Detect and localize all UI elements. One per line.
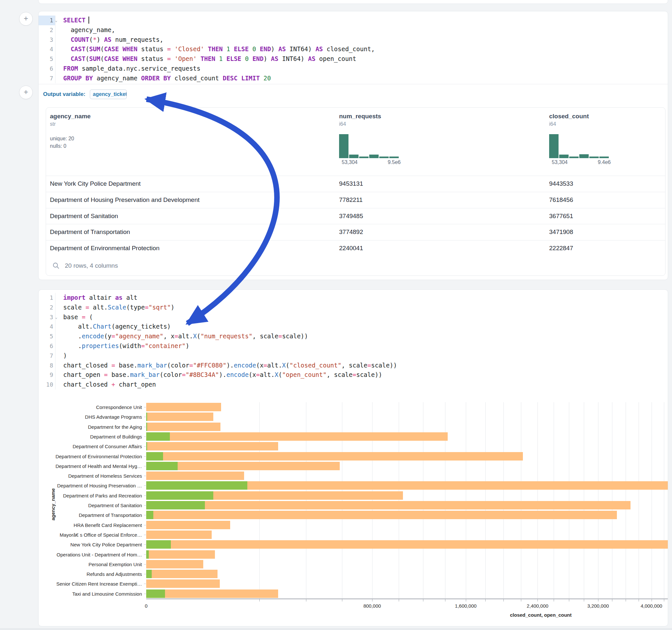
chart-x-label: 1,600,000 <box>455 603 477 609</box>
chart-bar-closed <box>146 540 668 549</box>
code-line[interactable]: 2scale = alt.Scale(type="sqrt") <box>39 303 668 312</box>
histogram-bar <box>559 154 569 158</box>
column-header[interactable]: agency_namestrunique: 20nulls: 0 <box>50 113 91 150</box>
chart-gridline <box>652 402 652 599</box>
fold-caret-icon[interactable]: ⌄ <box>55 313 57 322</box>
line-number: 2 <box>39 303 55 312</box>
chart-bar-open <box>146 501 205 509</box>
search-icon[interactable] <box>52 262 59 269</box>
chart-y-tick <box>144 525 146 525</box>
chart-y-label: Correspondence Unit <box>96 405 142 410</box>
column-header[interactable]: num_requestsi64 <box>339 113 381 127</box>
table-row: Department of Transportation377489234719… <box>46 224 665 240</box>
chart-bar-closed <box>146 442 278 451</box>
code-line[interactable]: 3 COUNT(*) AS num_requests, <box>39 35 668 45</box>
code-line[interactable]: 6 .properties(width="container") <box>39 341 668 351</box>
chart-y-label: Operations Unit - Department of Hom… <box>57 552 142 557</box>
chart-bar-open <box>146 481 247 490</box>
chart-y-label: Department of Parks and Recreation <box>63 493 142 499</box>
python-cell-card: 1import altair as alt2scale = alt.Scale(… <box>38 289 668 626</box>
chart-bar-open <box>146 550 149 559</box>
code-text[interactable]: FROM sample_data.nyc.service_requests <box>55 64 200 74</box>
code-text[interactable]: alt.Chart(agency_tickets) <box>55 322 171 332</box>
code-text[interactable]: COUNT(*) AS num_requests, <box>55 35 163 45</box>
add-cell-button-middle[interactable]: + <box>19 86 33 99</box>
code-text[interactable]: chart_open = base.mark_bar(color="#8BC34… <box>55 370 382 380</box>
code-text[interactable]: .properties(width="container") <box>55 341 189 351</box>
sql-code-editor[interactable]: 1⌄SELECT2 agency_name,3 COUNT(*) AS num_… <box>39 16 668 83</box>
line-number: 1 <box>39 293 55 303</box>
chart-y-axis-title: agency_name <box>50 488 56 520</box>
code-text[interactable]: chart_closed + chart_open <box>55 380 156 390</box>
column-name: closed_count <box>549 113 589 120</box>
chart-y-tick <box>144 505 146 506</box>
code-text[interactable]: import altair as alt <box>55 293 138 303</box>
code-line[interactable]: 1⌄SELECT <box>39 16 668 25</box>
code-line[interactable]: 3⌄base = ( <box>39 312 668 322</box>
table-cell: 9443533 <box>549 176 573 192</box>
code-text[interactable]: scale = alt.Scale(type="sqrt") <box>55 303 174 312</box>
code-line[interactable]: 8chart_closed = base.mark_bar(color="#FF… <box>39 361 668 370</box>
chart-gridline <box>639 402 639 599</box>
code-line[interactable]: 1import altair as alt <box>39 293 668 303</box>
text-cursor <box>89 17 89 24</box>
chart-bar-open <box>146 570 152 578</box>
table-summary: 20 rows, 4 columns <box>65 262 118 269</box>
code-line[interactable]: 4 alt.Chart(agency_tickets) <box>39 322 668 332</box>
chart-x-label: 0 <box>145 603 147 609</box>
code-line[interactable]: 4 CAST(SUM(CASE WHEN status = 'Closed' T… <box>39 44 668 54</box>
chart-y-label: Department of Homeless Services <box>68 473 142 479</box>
code-line[interactable]: 6FROM sample_data.nyc.service_requests <box>39 64 668 74</box>
code-text[interactable]: .encode(y="agency_name", x=alt.X("num_re… <box>55 332 308 341</box>
table-cell: Department of Sanitation <box>50 209 118 224</box>
chart-bar-closed <box>146 413 213 421</box>
column-histogram: 53,3049.5e6 <box>339 140 401 165</box>
python-code-editor[interactable]: 1import altair as alt2scale = alt.Scale(… <box>39 293 668 390</box>
histogram-min-label: 53,304 <box>552 160 568 165</box>
code-line[interactable]: 7) <box>39 351 668 361</box>
chart-y-tick <box>144 437 146 437</box>
line-number: 6 <box>39 64 55 74</box>
code-line[interactable]: 5 .encode(y="agency_name", x=alt.X("num_… <box>39 332 668 341</box>
code-text[interactable]: GROUP BY agency_name ORDER BY closed_cou… <box>55 74 271 83</box>
chart-bar-closed <box>146 403 221 411</box>
output-variable-pill[interactable]: agency_tickets <box>90 90 127 99</box>
chart-y-label: Department of Health and Mental Hyg… <box>55 463 142 469</box>
code-text[interactable]: base = ( <box>55 312 93 322</box>
chart-bar-open <box>146 491 213 500</box>
code-line[interactable]: 7GROUP BY agency_name ORDER BY closed_co… <box>39 74 668 83</box>
histogram-bar <box>579 154 589 158</box>
chart-y-tick <box>144 574 146 574</box>
table-cell: 2222847 <box>549 240 573 256</box>
column-type: i64 <box>549 121 589 127</box>
line-number: 9 <box>39 370 55 380</box>
chart-y-tick <box>144 544 146 545</box>
column-header[interactable]: closed_counti64 <box>549 113 589 127</box>
code-text[interactable]: agency_name, <box>55 25 115 35</box>
chart-y-tick <box>144 515 146 515</box>
code-line[interactable]: 9chart_open = base.mark_bar(color="#8BC3… <box>39 370 668 380</box>
add-cell-button-top[interactable]: + <box>19 12 33 26</box>
chart-y-tick <box>144 417 146 417</box>
table-footer: 20 rows, 4 columns <box>46 256 665 275</box>
chart-y-label: Department of Environmental Protection <box>55 454 142 459</box>
chart-y-tick <box>144 535 146 535</box>
chart-y-label: Department of Buildings <box>90 434 142 439</box>
fold-caret-icon[interactable]: ⌄ <box>55 16 57 26</box>
table-cell: Department of Transportation <box>50 224 130 240</box>
histogram-bar <box>339 134 349 158</box>
chart-bar-closed <box>146 471 244 480</box>
code-line[interactable]: 5 CAST(SUM(CASE WHEN status = 'Open' THE… <box>39 54 668 64</box>
histogram-bar <box>549 134 558 158</box>
code-text[interactable]: ) <box>55 351 67 361</box>
code-text[interactable]: CAST(SUM(CASE WHEN status = 'Open' THEN … <box>55 54 356 64</box>
code-text[interactable]: SELECT <box>55 16 89 25</box>
chart-y-tick <box>144 594 146 594</box>
code-text[interactable]: chart_closed = base.mark_bar(color="#FFC… <box>55 361 397 370</box>
chart-y-label: Department of Consumer Affairs <box>73 444 142 449</box>
chart-gridline <box>584 402 584 599</box>
table-row: Department of Housing Preservation and D… <box>46 192 665 208</box>
code-line[interactable]: 10chart_closed + chart_open <box>39 380 668 390</box>
code-line[interactable]: 2 agency_name, <box>39 25 668 35</box>
code-text[interactable]: CAST(SUM(CASE WHEN status = 'Closed' THE… <box>55 44 375 54</box>
